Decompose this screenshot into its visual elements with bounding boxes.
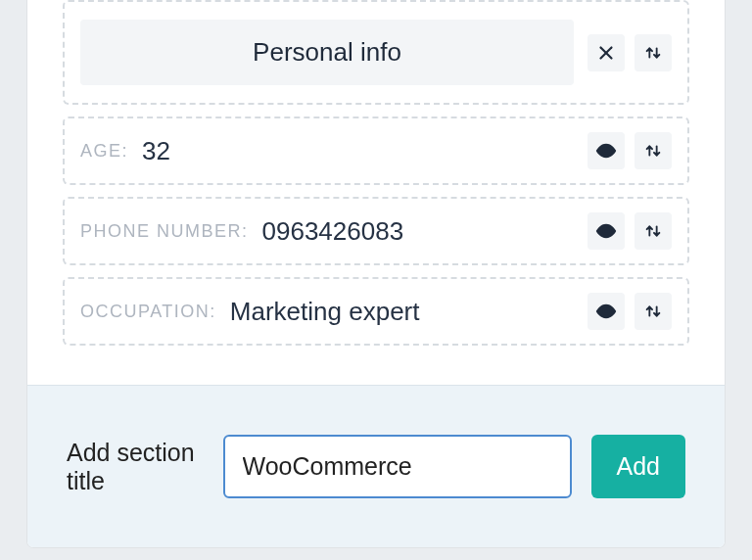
- add-section-bar: Add section title Add: [27, 385, 725, 547]
- field-actions: [588, 293, 672, 330]
- field-label: OCCUPATION:: [80, 302, 216, 322]
- section-list: Personal info AGE: 32: [27, 0, 725, 385]
- sort-icon: [642, 301, 664, 322]
- add-section-prompt: Add section title: [67, 439, 204, 495]
- field-value: 32: [142, 136, 574, 166]
- field-label: PHONE NUMBER:: [80, 221, 249, 242]
- field-row: AGE: 32: [63, 117, 689, 185]
- section-header-card: Personal info: [63, 0, 689, 105]
- section-header-actions: [588, 34, 672, 71]
- toggle-visibility-button[interactable]: [588, 212, 625, 250]
- profile-section-panel: Personal info AGE: 32: [27, 0, 725, 547]
- sort-icon: [642, 220, 664, 242]
- close-icon: [595, 42, 617, 64]
- reorder-field-handle[interactable]: [634, 212, 672, 250]
- field-row: PHONE NUMBER: 0963426083: [63, 197, 689, 265]
- field-actions: [588, 212, 672, 250]
- svg-point-2: [603, 148, 609, 154]
- svg-point-4: [603, 308, 609, 314]
- eye-icon: [595, 220, 617, 242]
- field-value: Marketing expert: [230, 297, 574, 327]
- add-section-button[interactable]: Add: [591, 435, 685, 498]
- field-value: 0963426083: [262, 216, 574, 247]
- remove-section-button[interactable]: [588, 34, 625, 71]
- eye-icon: [595, 301, 617, 322]
- reorder-field-handle[interactable]: [634, 293, 672, 330]
- reorder-section-handle[interactable]: [634, 34, 672, 71]
- toggle-visibility-button[interactable]: [588, 293, 625, 330]
- section-title: Personal info: [80, 20, 574, 85]
- sort-icon: [642, 42, 664, 64]
- svg-point-3: [603, 228, 609, 234]
- field-row: OCCUPATION: Marketing expert: [63, 277, 689, 346]
- add-section-input[interactable]: [223, 435, 572, 498]
- toggle-visibility-button[interactable]: [588, 132, 625, 169]
- eye-icon: [595, 140, 617, 162]
- reorder-field-handle[interactable]: [634, 132, 672, 169]
- sort-icon: [642, 140, 664, 162]
- field-label: AGE:: [80, 141, 128, 162]
- field-actions: [588, 132, 672, 169]
